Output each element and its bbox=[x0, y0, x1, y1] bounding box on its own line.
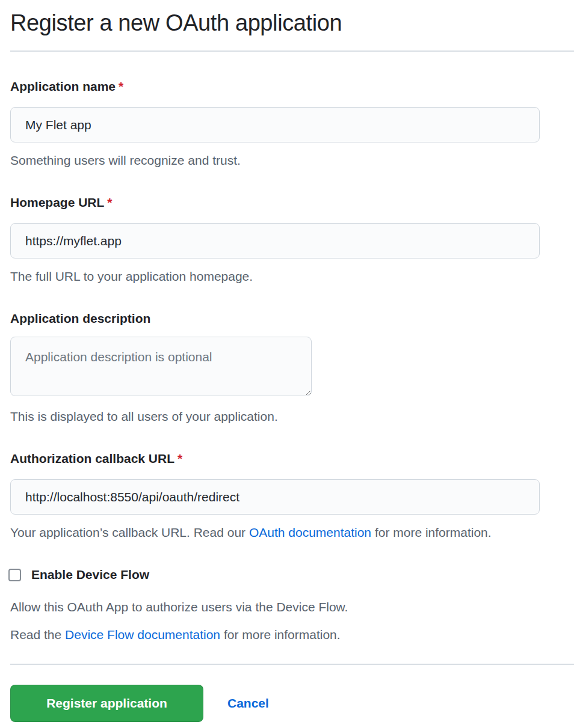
callback-url-group: Authorization callback URL* Your applica… bbox=[10, 451, 574, 540]
homepage-url-group: Homepage URL* The full URL to your appli… bbox=[10, 195, 574, 284]
device-flow-group: Enable Device Flow Allow this OAuth App … bbox=[10, 567, 574, 642]
callback-url-help: Your application’s callback URL. Read ou… bbox=[10, 525, 574, 540]
homepage-url-input[interactable] bbox=[10, 223, 540, 258]
callback-url-input[interactable] bbox=[10, 479, 540, 515]
footer-divider bbox=[10, 664, 574, 665]
application-name-group: Application name* Something users will r… bbox=[10, 79, 574, 168]
device-flow-documentation-link[interactable]: Device Flow documentation bbox=[65, 628, 220, 641]
oauth-documentation-link[interactable]: OAuth documentation bbox=[249, 525, 371, 539]
device-flow-help: Allow this OAuth App to authorize users … bbox=[10, 600, 574, 614]
homepage-url-label: Homepage URL* bbox=[10, 195, 574, 210]
application-description-label: Application description bbox=[10, 311, 574, 326]
enable-device-flow-label[interactable]: Enable Device Flow bbox=[31, 567, 149, 582]
enable-device-flow-checkbox[interactable] bbox=[8, 569, 21, 581]
application-description-help: This is displayed to all users of your a… bbox=[10, 409, 574, 424]
form-actions: Register application Cancel bbox=[10, 685, 574, 722]
page-header: Register a new OAuth application bbox=[10, 0, 574, 52]
required-asterisk: * bbox=[107, 195, 112, 209]
application-description-textarea[interactable] bbox=[10, 337, 312, 396]
application-name-input[interactable] bbox=[10, 107, 540, 142]
callback-url-label: Authorization callback URL* bbox=[10, 451, 574, 466]
application-name-label: Application name* bbox=[10, 79, 574, 94]
required-asterisk: * bbox=[177, 451, 182, 465]
application-name-help: Something users will recognize and trust… bbox=[10, 153, 574, 168]
application-description-group: Application description This is displaye… bbox=[10, 311, 574, 424]
cancel-link[interactable]: Cancel bbox=[227, 696, 269, 711]
oauth-register-page: Register a new OAuth application Applica… bbox=[0, 0, 574, 728]
page-title: Register a new OAuth application bbox=[10, 8, 574, 37]
homepage-url-help: The full URL to your application homepag… bbox=[10, 269, 574, 284]
required-asterisk: * bbox=[119, 79, 123, 93]
register-application-button[interactable]: Register application bbox=[10, 685, 203, 722]
device-flow-read-note: Read the Device Flow documentation for m… bbox=[10, 628, 574, 642]
